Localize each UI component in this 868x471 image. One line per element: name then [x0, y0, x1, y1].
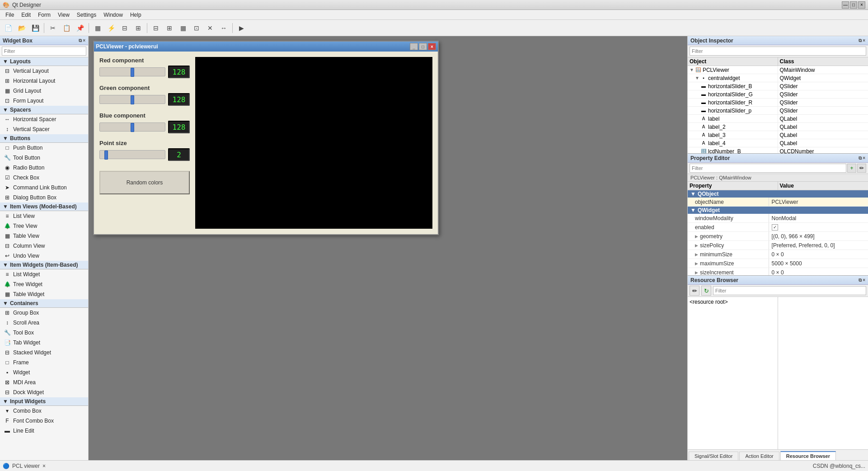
resource-browser-close-btn[interactable]: × [863, 278, 865, 283]
toolbar-adjust-size-btn[interactable]: ↔ [217, 22, 230, 34]
widget-radio-button[interactable]: ◉ Radio Button [0, 163, 88, 173]
maximize-btn[interactable]: □ [850, 1, 857, 9]
widget-stacked-widget[interactable]: ⊟ Stacked Widget [0, 348, 88, 358]
object-inspector-float-btn[interactable]: ⧉ [859, 38, 862, 43]
prop-edit-btn[interactable]: ✏ [857, 164, 866, 173]
sizepolicy-arrow[interactable]: ▶ [695, 243, 698, 248]
green-slider-thumb[interactable] [131, 95, 134, 104]
menu-form[interactable]: Form [34, 11, 54, 19]
property-filter-input[interactable] [690, 164, 846, 173]
object-inspector-close-btn[interactable]: × [863, 38, 865, 43]
object-inspector-filter-input[interactable] [690, 47, 866, 56]
red-slider-thumb[interactable] [131, 68, 134, 77]
inspector-row-centralwidget[interactable]: ▼ ▪ centralwidget QWidget [688, 74, 868, 82]
section-containers[interactable]: ▼ Containers [0, 299, 88, 308]
toolbar-paste-btn[interactable]: 📌 [74, 22, 86, 34]
blue-slider-track[interactable] [99, 122, 165, 132]
widget-font-combo-box[interactable]: F Font Combo Box [0, 416, 88, 426]
widget-box-close-btn[interactable]: × [83, 38, 85, 43]
section-item-views[interactable]: ▼ Item Views (Model-Based) [0, 203, 88, 211]
minimumsize-arrow[interactable]: ▶ [695, 252, 698, 257]
toolbar-open-btn[interactable]: 📂 [15, 22, 28, 34]
widget-grid-layout[interactable]: ▦ Grid Layout [0, 86, 88, 96]
inspector-row-label3[interactable]: A label_3 QLabel [688, 131, 868, 139]
toolbar-break-layout-btn[interactable]: ✕ [204, 22, 216, 34]
form-maximize-btn[interactable]: □ [419, 43, 427, 50]
widget-undo-view[interactable]: ↩ Undo View [0, 251, 88, 261]
random-colors-btn[interactable]: Random colors [99, 171, 190, 194]
toolbar-cut-btn[interactable]: ✂ [47, 22, 59, 34]
point-size-slider-track[interactable] [99, 150, 165, 159]
widget-list-widget[interactable]: ≡ List Widget [0, 269, 88, 279]
prop-row-maximumsize[interactable]: ▶ maximumSize 5000 × 5000 [688, 259, 868, 268]
toolbar-signal-mode-btn[interactable]: ⚡ [105, 22, 117, 34]
section-buttons[interactable]: ▼ Buttons [0, 134, 88, 143]
widget-list-view[interactable]: ≡ List View [0, 211, 88, 221]
toolbar-preview-btn[interactable]: ▶ [235, 22, 248, 34]
widget-scroll-area[interactable]: ↕ Scroll Area [0, 318, 88, 328]
widget-widget[interactable]: ▪ Widget [0, 367, 88, 377]
enabled-checkbox[interactable]: ✓ [772, 224, 778, 231]
resource-edit-btn[interactable]: ✏ [690, 286, 699, 296]
toolbar-layout-h-btn[interactable]: ⊟ [150, 22, 162, 34]
resource-browser-float-btn[interactable]: ⧉ [859, 278, 862, 283]
maximumsize-arrow[interactable]: ▶ [695, 261, 698, 266]
menu-settings[interactable]: Settings [73, 11, 100, 19]
menu-window[interactable]: Window [100, 11, 127, 19]
form-close-btn[interactable]: × [428, 43, 436, 50]
widget-line-edit[interactable]: ▬ Line Edit [0, 426, 88, 436]
toolbar-buddy-mode-btn[interactable]: ⊞ [132, 22, 145, 34]
qwidget-arrow[interactable]: ▼ [690, 207, 696, 213]
centralwidget-expand-arrow[interactable]: ▼ [695, 75, 699, 80]
menu-edit[interactable]: Edit [18, 11, 34, 19]
prop-row-sizepolicy[interactable]: ▶ sizePolicy [Preferred, Preferred, 0, 0… [688, 241, 868, 250]
menu-help[interactable]: Help [127, 11, 145, 19]
toolbar-tab-order-btn[interactable]: ⊟ [118, 22, 131, 34]
widget-tab-widget[interactable]: 📑 Tab Widget [0, 338, 88, 348]
prop-row-enabled[interactable]: enabled ✓ [688, 223, 868, 232]
qobject-arrow[interactable]: ▼ [690, 191, 696, 197]
prop-row-sizeincrement[interactable]: ▶ sizeIncrement 0 × 0 [688, 268, 868, 275]
menu-file[interactable]: File [2, 11, 18, 19]
object-inspector-controls[interactable]: ⧉ × [859, 38, 865, 43]
widget-table-view[interactable]: ▦ Table View [0, 231, 88, 241]
green-slider-track[interactable] [99, 95, 165, 104]
form-minimize-btn[interactable]: _ [410, 43, 418, 50]
widget-tool-button[interactable]: 🔧 Tool Button [0, 153, 88, 163]
form-title-btns[interactable]: _ □ × [410, 43, 436, 50]
red-slider-track[interactable] [99, 67, 165, 76]
widget-mdi-area[interactable]: ⊠ MDI Area [0, 377, 88, 387]
sizeincrement-arrow[interactable]: ▶ [695, 270, 698, 275]
toolbar-new-btn[interactable]: 📄 [2, 22, 14, 34]
inspector-row-label4[interactable]: A label_4 QLabel [688, 139, 868, 147]
section-layouts[interactable]: ▼ Layouts [0, 57, 88, 66]
widget-command-link-button[interactable]: ➤ Command Link Button [0, 183, 88, 193]
status-close-icon[interactable]: × [42, 463, 46, 469]
inspector-row-label[interactable]: A label QLabel [688, 115, 868, 123]
widget-vertical-layout[interactable]: ⊟ Vertical Layout [0, 66, 88, 76]
geometry-arrow[interactable]: ▶ [695, 234, 698, 239]
toolbar-layout-form-btn[interactable]: ⊡ [190, 22, 203, 34]
prop-row-windowmodality[interactable]: windowModality NonModal [688, 214, 868, 223]
tab-signal-slot-editor[interactable]: Signal/Slot Editor [689, 452, 738, 460]
section-spacers[interactable]: ▼ Spacers [0, 106, 88, 114]
section-input-widgets[interactable]: ▼ Input Widgets [0, 397, 88, 406]
menu-view[interactable]: View [54, 11, 73, 19]
property-editor-float-btn[interactable]: ⧉ [859, 155, 862, 161]
section-item-widgets[interactable]: ▼ Item Widgets (Item-Based) [0, 261, 88, 269]
title-bar-controls[interactable]: — □ × [842, 1, 865, 9]
widget-tree-view[interactable]: 🌲 Tree View [0, 221, 88, 231]
widget-horizontal-layout[interactable]: ⊞ Horizontal Layout [0, 76, 88, 86]
prop-row-objectname[interactable]: objectName PCLViewer [688, 198, 868, 207]
toolbar-copy-btn[interactable]: 📋 [60, 22, 73, 34]
point-size-slider-thumb[interactable] [104, 151, 108, 160]
widget-group-box[interactable]: ⊞ Group Box [0, 308, 88, 318]
prop-row-geometry[interactable]: ▶ geometry [(0, 0), 966 × 499] [688, 232, 868, 241]
widget-table-widget[interactable]: ▦ Table Widget [0, 289, 88, 299]
widget-box-controls[interactable]: ⧉ × [79, 38, 85, 43]
resource-refresh-btn[interactable]: ↻ [701, 286, 711, 296]
widget-horizontal-spacer[interactable]: ↔ Horizontal Spacer [0, 114, 88, 124]
toolbar-layout-g-btn[interactable]: ▦ [177, 22, 189, 34]
widget-tool-box[interactable]: 🔧 Tool Box [0, 328, 88, 338]
close-btn[interactable]: × [858, 1, 865, 9]
